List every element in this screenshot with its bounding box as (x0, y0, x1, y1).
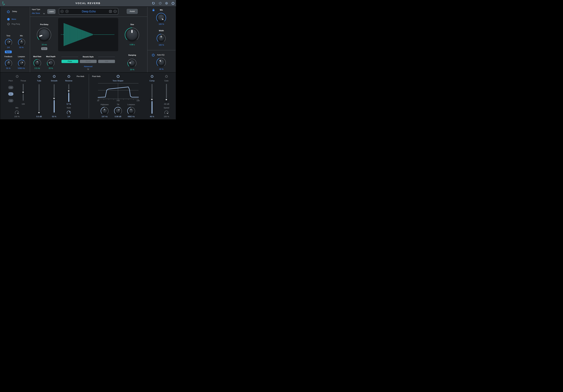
mod-depth-knob[interactable] (47, 59, 55, 67)
damping-knob[interactable] (127, 58, 137, 68)
damping-label: Damping (126, 54, 139, 56)
ping-pong-label[interactable]: Ping Pong (12, 23, 25, 25)
power-glyph (38, 75, 41, 78)
plugin-title: VOCAL REVERB (0, 2, 176, 5)
delay-sync-button[interactable]: Sync (5, 51, 12, 53)
pitch-minus12-button[interactable]: -12 (8, 99, 13, 102)
ping-pong-radio[interactable] (7, 23, 10, 25)
tube-value: 0.0 dB (32, 115, 46, 118)
assist-button[interactable]: Assist (127, 9, 138, 14)
tone-shaper-label: Tone Shaper (111, 80, 125, 82)
gate-label: Gate (160, 80, 173, 82)
power-glyph (165, 75, 168, 78)
width-knob[interactable] (156, 34, 166, 43)
comp-power-icon[interactable] (151, 75, 154, 78)
autoeq-value: 40 % (154, 68, 168, 70)
preverb-label: Pre-Verb (74, 75, 87, 77)
delay-lowpass-knob[interactable] (18, 59, 26, 67)
redo-icon[interactable] (158, 2, 162, 5)
freq-label-750: 750 (111, 100, 125, 102)
throat-value: 100 (16, 103, 30, 105)
tilt-value: 0.98 dB (111, 115, 125, 118)
delay-power-icon[interactable] (7, 10, 10, 13)
feedback-value: 55 % (1, 67, 15, 69)
note-knob[interactable] (66, 110, 71, 115)
tube-power-icon[interactable] (38, 75, 41, 78)
highpass-knob[interactable] (101, 107, 109, 115)
time-knob[interactable] (5, 38, 13, 46)
out-mix-knob[interactable] (156, 13, 166, 23)
undo-icon[interactable] (152, 2, 155, 5)
knob-pointer (167, 113, 168, 114)
mono-radio[interactable] (7, 18, 10, 21)
knob-pointer (131, 30, 132, 33)
out-mix-label: Mix (154, 9, 168, 11)
speed-knob[interactable] (164, 110, 169, 115)
freq-label-22k: 22k (133, 100, 140, 102)
advanced-link[interactable]: Advanced (81, 65, 95, 68)
mod-rate-knob[interactable] (33, 59, 41, 67)
slider-thumb[interactable] (52, 97, 56, 100)
knob-pointer (39, 35, 43, 37)
smooth-power-icon[interactable] (53, 75, 56, 78)
autoeq-knob[interactable] (156, 58, 166, 67)
pitch-zero-button[interactable]: 0 (8, 92, 13, 96)
gate-value: -60 dB (160, 103, 173, 105)
gate-power-icon[interactable] (165, 75, 168, 78)
tube-slider[interactable] (37, 84, 41, 113)
gear-icon[interactable] (165, 1, 168, 5)
slider-thumb[interactable] (150, 98, 154, 101)
knob-pointer (162, 18, 164, 20)
slider-thumb-dot (53, 98, 55, 99)
predelay-knob[interactable] (37, 27, 51, 42)
knob-pointer (9, 41, 10, 42)
style-hall-button[interactable]: Hall (98, 60, 115, 63)
chevron-down-icon[interactable] (43, 13, 45, 14)
lowpass-knob[interactable] (127, 107, 135, 115)
delay-mix-label: Mix (15, 35, 28, 37)
style-room-button[interactable]: Room (80, 60, 97, 63)
reverse-power-icon[interactable] (67, 75, 70, 78)
comp-value: 46 % (145, 115, 159, 118)
gate-slider[interactable] (165, 84, 168, 101)
tone-shaper-power-icon[interactable] (116, 75, 120, 78)
throat-slider[interactable] (21, 84, 25, 101)
slider-thumb[interactable] (165, 98, 168, 101)
input-type-value[interactable]: Alto-Tenor (32, 12, 43, 14)
freq-label-20: 20 (97, 100, 103, 102)
divider-right-panel (148, 50, 176, 50)
slider-thumb[interactable] (67, 89, 70, 92)
ellipsis-icon[interactable] (114, 10, 117, 13)
double-chevron-down-icon[interactable] (87, 68, 90, 70)
comp-slider[interactable] (150, 84, 154, 114)
size-knob[interactable] (125, 27, 139, 42)
pitch-mix-knob[interactable] (15, 110, 19, 115)
reverse-slider[interactable] (67, 84, 71, 102)
power-glyph (152, 53, 155, 57)
pitch-power-icon[interactable] (16, 75, 19, 78)
predelay-sync-button[interactable]: Sync (41, 47, 47, 50)
tone-shaper-graph[interactable] (96, 82, 140, 101)
tilt-knob[interactable] (114, 107, 122, 115)
mod-rate-value: 2.5 Hz (30, 67, 44, 69)
delay-mix-knob[interactable] (18, 38, 26, 46)
autoeq-power-icon[interactable] (152, 53, 155, 57)
pitch-plus12-button[interactable]: +12 (8, 86, 13, 89)
style-plate-button[interactable]: Plate (62, 60, 78, 63)
feedback-knob[interactable] (5, 59, 13, 67)
power-icon[interactable] (171, 1, 175, 5)
power-glyph (53, 75, 56, 78)
preset-name[interactable]: Deep Echo (69, 10, 109, 13)
smooth-label: Smooth (47, 80, 61, 82)
slider-thumb[interactable] (21, 91, 25, 94)
out-mix-value: 100 % (154, 23, 168, 25)
dice-icon[interactable] (109, 10, 112, 13)
preset-prev-button[interactable] (61, 10, 64, 13)
slider-thumb[interactable] (37, 111, 41, 114)
damping-value: 20 % (126, 69, 139, 71)
preset-next-button[interactable] (65, 10, 69, 13)
learn-button[interactable]: Learn (47, 9, 55, 14)
knob-pointer (129, 63, 131, 63)
mono-label[interactable]: Mono (12, 18, 25, 20)
smooth-slider[interactable] (52, 84, 56, 113)
